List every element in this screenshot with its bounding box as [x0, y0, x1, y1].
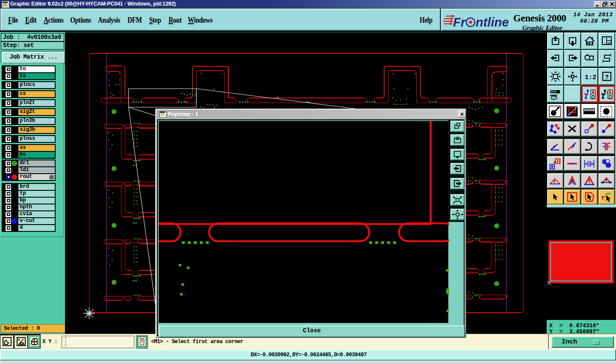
svg-text:1:2: 1:2 — [585, 74, 596, 81]
svg-text:ntline: ntline — [476, 15, 509, 29]
svg-text:4: 4 — [589, 162, 591, 166]
svg-text:?: ? — [605, 74, 609, 81]
svg-text:xy: xy — [607, 41, 611, 45]
svg-text:Fr: Fr — [453, 15, 466, 29]
